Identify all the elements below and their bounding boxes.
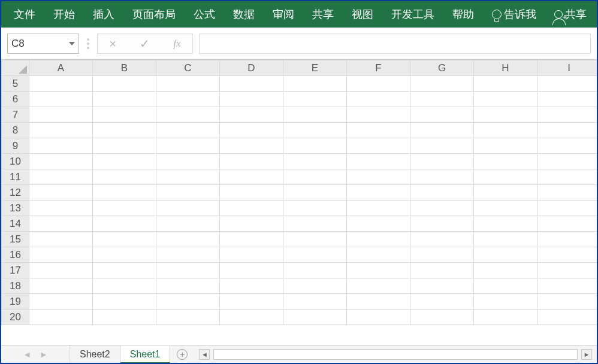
- cell[interactable]: [410, 310, 474, 325]
- ribbon-tab-view[interactable]: 视图: [343, 1, 382, 28]
- cell[interactable]: [537, 76, 597, 92]
- cell[interactable]: [29, 107, 93, 123]
- horizontal-scrollbar[interactable]: ◄ ►: [194, 345, 597, 363]
- cell[interactable]: [156, 92, 220, 107]
- cell[interactable]: [283, 247, 347, 263]
- cell[interactable]: [220, 107, 283, 123]
- cell[interactable]: [537, 201, 597, 216]
- cell[interactable]: [474, 232, 537, 247]
- cell[interactable]: [93, 76, 156, 92]
- cell[interactable]: [156, 263, 220, 278]
- sheet-nav-prev[interactable]: ◄: [23, 350, 31, 359]
- cell[interactable]: [93, 278, 156, 294]
- row-header[interactable]: 6: [2, 92, 29, 107]
- cell[interactable]: [283, 154, 347, 169]
- row-header[interactable]: 17: [2, 263, 29, 278]
- cell[interactable]: [347, 76, 410, 92]
- sheet-tab[interactable]: Sheet2: [70, 345, 120, 363]
- cell[interactable]: [283, 216, 347, 232]
- col-header[interactable]: F: [347, 60, 410, 76]
- cell[interactable]: [410, 216, 474, 232]
- row-header[interactable]: 19: [2, 294, 29, 310]
- scroll-left-button[interactable]: ◄: [199, 349, 210, 360]
- cell[interactable]: [156, 232, 220, 247]
- cell[interactable]: [283, 123, 347, 138]
- cell[interactable]: [283, 76, 347, 92]
- cell[interactable]: [537, 169, 597, 185]
- cell[interactable]: [537, 185, 597, 201]
- cell[interactable]: [537, 278, 597, 294]
- cell[interactable]: [156, 154, 220, 169]
- row-header[interactable]: 15: [2, 232, 29, 247]
- ribbon-tab-insert[interactable]: 插入: [84, 1, 123, 28]
- spreadsheet-grid[interactable]: A B C D E F G H I 5678910111213141516171…: [1, 60, 597, 345]
- row-header[interactable]: 8: [2, 123, 29, 138]
- row-header[interactable]: 7: [2, 107, 29, 123]
- cell[interactable]: [283, 232, 347, 247]
- cell[interactable]: [537, 310, 597, 325]
- cell[interactable]: [283, 263, 347, 278]
- col-header[interactable]: A: [29, 60, 93, 76]
- cell[interactable]: [156, 185, 220, 201]
- cell[interactable]: [156, 247, 220, 263]
- cell[interactable]: [29, 201, 93, 216]
- row-header[interactable]: 18: [2, 278, 29, 294]
- select-all-corner[interactable]: [2, 60, 29, 76]
- cell[interactable]: [537, 154, 597, 169]
- cell[interactable]: [220, 138, 283, 154]
- cell[interactable]: [347, 138, 410, 154]
- cell[interactable]: [474, 92, 537, 107]
- row-header[interactable]: 16: [2, 247, 29, 263]
- col-header[interactable]: G: [410, 60, 474, 76]
- cell[interactable]: [347, 216, 410, 232]
- formula-input[interactable]: [199, 34, 591, 54]
- cancel-formula-button[interactable]: ×: [110, 38, 117, 50]
- cell[interactable]: [220, 232, 283, 247]
- col-header[interactable]: B: [93, 60, 156, 76]
- cell[interactable]: [93, 154, 156, 169]
- cell[interactable]: [474, 154, 537, 169]
- cell[interactable]: [347, 263, 410, 278]
- cell[interactable]: [220, 123, 283, 138]
- cell[interactable]: [537, 123, 597, 138]
- cell[interactable]: [156, 76, 220, 92]
- cell[interactable]: [410, 107, 474, 123]
- cell[interactable]: [283, 138, 347, 154]
- cell[interactable]: [283, 201, 347, 216]
- cell[interactable]: [537, 107, 597, 123]
- cell[interactable]: [29, 154, 93, 169]
- chevron-down-icon[interactable]: [69, 42, 75, 46]
- cell[interactable]: [220, 294, 283, 310]
- cell[interactable]: [347, 107, 410, 123]
- cell[interactable]: [93, 123, 156, 138]
- row-header[interactable]: 9: [2, 138, 29, 154]
- cell[interactable]: [283, 107, 347, 123]
- cell[interactable]: [410, 185, 474, 201]
- cell[interactable]: [220, 76, 283, 92]
- col-header[interactable]: C: [156, 60, 220, 76]
- cell[interactable]: [29, 76, 93, 92]
- ribbon-tab-layout[interactable]: 页面布局: [123, 1, 185, 28]
- ribbon-tab-help[interactable]: 帮助: [443, 1, 483, 28]
- cell[interactable]: [156, 107, 220, 123]
- ribbon-tab-share[interactable]: 共享: [303, 1, 343, 28]
- cell[interactable]: [410, 201, 474, 216]
- cell[interactable]: [474, 76, 537, 92]
- cell[interactable]: [347, 169, 410, 185]
- cell[interactable]: [93, 169, 156, 185]
- cell[interactable]: [283, 185, 347, 201]
- cell[interactable]: [156, 294, 220, 310]
- cell[interactable]: [410, 138, 474, 154]
- cell[interactable]: [283, 169, 347, 185]
- accept-formula-button[interactable]: ✓: [140, 38, 150, 50]
- cell[interactable]: [220, 169, 283, 185]
- cell[interactable]: [474, 123, 537, 138]
- col-header[interactable]: H: [474, 60, 537, 76]
- cell[interactable]: [93, 201, 156, 216]
- formula-bar-drag-handle[interactable]: [85, 38, 91, 49]
- cell[interactable]: [410, 169, 474, 185]
- ribbon-tab-formulas[interactable]: 公式: [185, 1, 224, 28]
- row-header[interactable]: 11: [2, 169, 29, 185]
- cell[interactable]: [347, 232, 410, 247]
- cell[interactable]: [410, 294, 474, 310]
